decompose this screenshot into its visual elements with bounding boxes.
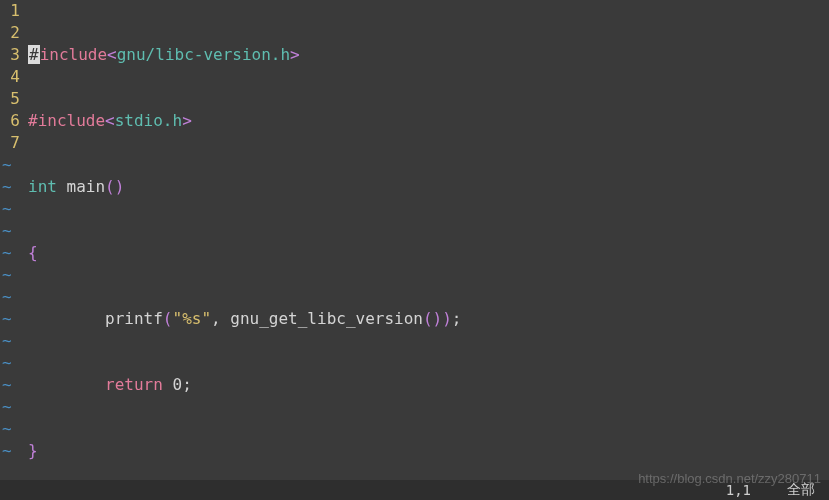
cursor: # [28,45,40,64]
code-text: , gnu_get_libc_version [211,309,423,328]
keyword-include: #include [28,111,105,130]
tilde-icon: ~ [2,330,12,352]
return-keyword: return [105,375,163,394]
keyword-include: include [40,45,107,64]
open-brace: { [28,243,38,262]
tilde-icon: ~ [2,418,12,440]
angle-bracket: < [107,45,117,64]
tilde-icon: ~ [2,176,12,198]
tilde-icon: ~ [2,396,12,418]
code-line: #include<stdio.h> [28,110,829,132]
code-line: #include<gnu/libc-version.h> [28,44,829,66]
indent [28,309,105,328]
line-number: 3 [0,44,20,66]
tilde-icon: ~ [2,198,12,220]
string-literal: "%s" [173,309,212,328]
empty-line-tildes: ~ ~ ~ ~ ~ ~ ~ ~ ~ ~ ~ ~ ~ ~ [2,154,12,462]
code-line: int main() [28,176,829,198]
tilde-icon: ~ [2,264,12,286]
function-call: printf [105,309,163,328]
line-number: 5 [0,88,20,110]
tilde-icon: ~ [2,220,12,242]
code-line: printf("%s", gnu_get_libc_version()); [28,308,829,330]
close-brace: } [28,441,38,460]
tilde-icon: ~ [2,374,12,396]
code-content[interactable]: #include<gnu/libc-version.h> #include<st… [28,0,829,480]
function-name: main [57,177,105,196]
indent [28,375,105,394]
tilde-icon: ~ [2,154,12,176]
tilde-icon: ~ [2,440,12,462]
tilde-icon: ~ [2,352,12,374]
cursor-position: 1,1 [726,482,751,498]
angle-bracket: > [290,45,300,64]
semicolon: ; [452,309,462,328]
status-bar: 1,1 全部 [0,480,829,500]
code-line: } [28,440,829,462]
line-number: 6 [0,110,20,132]
code-line: { [28,242,829,264]
line-number: 1 [0,0,20,22]
line-number: 2 [0,22,20,44]
angle-bracket: > [182,111,192,130]
return-value: 0; [163,375,192,394]
editor-area[interactable]: 1 2 3 4 5 6 7 #include<gnu/libc-version.… [0,0,829,480]
parens: () [105,177,124,196]
scroll-indicator: 全部 [787,481,815,499]
line-number: 7 [0,132,20,154]
tilde-icon: ~ [2,242,12,264]
code-line: return 0; [28,374,829,396]
angle-bracket: < [105,111,115,130]
line-number: 4 [0,66,20,88]
paren: ()) [423,309,452,328]
type-keyword: int [28,177,57,196]
tilde-icon: ~ [2,308,12,330]
tilde-icon: ~ [2,286,12,308]
header-name: stdio.h [115,111,182,130]
paren: ( [163,309,173,328]
header-name: gnu/libc-version.h [117,45,290,64]
